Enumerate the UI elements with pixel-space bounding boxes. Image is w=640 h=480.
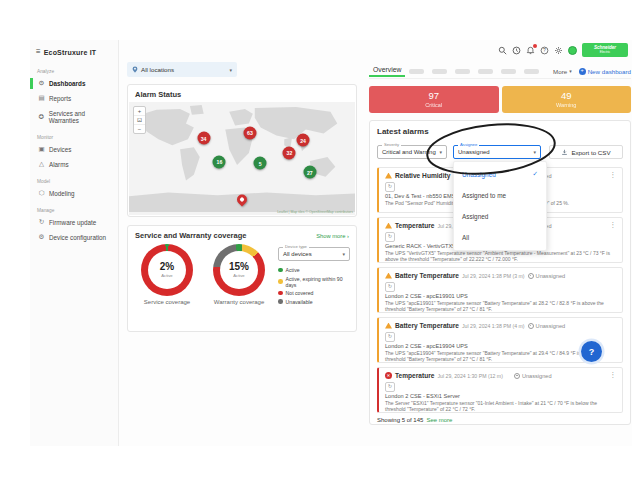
- severity-value: Critical and Warning: [382, 149, 436, 155]
- sidebar-item-dashboards[interactable]: ⊙ Dashboards: [30, 76, 118, 91]
- app-window: ≡ EcoStruxure IT Analyze ⊙ Dashboards ▤ …: [30, 40, 632, 446]
- sidebar-item-device-configuration[interactable]: ⚙ Device configuration: [30, 230, 118, 245]
- sidebar-item-firmware-update[interactable]: ↻ Firmware update: [30, 215, 118, 230]
- history-icon[interactable]: [512, 46, 521, 55]
- map-marker-australia[interactable]: 27: [303, 166, 316, 179]
- device-icon: ▣: [38, 146, 45, 153]
- sidebar-item-label: Modeling: [49, 190, 75, 197]
- warning-triangle-icon: [385, 173, 392, 179]
- map-marker-europe[interactable]: 63: [243, 126, 256, 139]
- app-logo-row: ≡ EcoStruxure IT: [30, 40, 118, 62]
- svg-text:?: ?: [543, 47, 546, 53]
- tab-overview[interactable]: Overview: [369, 66, 405, 77]
- coverage-show-more-link[interactable]: Show more ›: [316, 233, 349, 239]
- settings-gear-icon[interactable]: [554, 46, 563, 55]
- legend-item-not-covered: Not covered: [278, 290, 350, 296]
- kebab-menu-icon[interactable]: ⋮: [610, 372, 617, 379]
- tab-redacted[interactable]: [478, 69, 493, 74]
- severity-select[interactable]: Severity Critical and Warning ▾: [377, 145, 447, 159]
- menu-hamburger-icon[interactable]: ≡: [36, 48, 41, 56]
- legend-item-unavailable: Unavailable: [278, 299, 350, 305]
- help-fab-button[interactable]: ?: [581, 341, 602, 362]
- assignee-select[interactable]: Assignee Unassigned ▾: [453, 145, 541, 159]
- sidebar-item-services-warranties[interactable]: ✪ Services and Warranties: [30, 106, 118, 128]
- alarm-row-temperature-server[interactable]: ✕ Temperature Jul 29, 2024 1:30 PM (12 m…: [377, 367, 623, 413]
- map-marker-africa[interactable]: 5: [254, 157, 267, 170]
- location-pin-icon: [132, 66, 138, 73]
- tab-redacted[interactable]: [524, 69, 539, 74]
- alarm-row-battery-temperature-1[interactable]: Battery Temperature Jul 29, 2024 1:38 PM…: [377, 267, 623, 313]
- map-marker-south-america[interactable]: 16: [213, 155, 226, 168]
- sidebar-item-modeling[interactable]: ⬡ Modeling: [30, 186, 118, 201]
- sidebar-item-alarms[interactable]: △ Alarms: [30, 157, 118, 172]
- chevron-down-icon: ▾: [439, 149, 442, 155]
- chevron-down-icon: ▾: [342, 251, 345, 257]
- assignee-status[interactable]: Unassigned: [514, 373, 552, 379]
- map-marker-north-america[interactable]: 34: [197, 132, 210, 145]
- device-type-chip-icon: ↻: [385, 332, 395, 342]
- location-filter[interactable]: All locations ▾: [127, 62, 237, 77]
- assignee-status[interactable]: Unassigned: [528, 273, 566, 279]
- main-area: ? Schneider Electric All locations ▾ Ala…: [119, 40, 632, 446]
- help-icon[interactable]: ?: [540, 46, 549, 55]
- export-to-csv-button[interactable]: Export to CSV: [549, 145, 623, 159]
- kebab-menu-icon[interactable]: ⋮: [610, 172, 617, 179]
- search-icon[interactable]: [498, 46, 507, 55]
- map-zoom-in-button[interactable]: +: [134, 107, 145, 116]
- device-configuration-icon: ⚙: [38, 234, 45, 241]
- location-filter-value: All locations: [141, 66, 174, 73]
- map-marker-south-asia[interactable]: 32: [283, 146, 296, 159]
- kebab-menu-icon[interactable]: ⋮: [610, 222, 617, 229]
- map-zoom-out-button[interactable]: −: [134, 125, 145, 133]
- tab-redacted[interactable]: [455, 69, 470, 74]
- app-logo: EcoStruxure IT: [44, 49, 97, 56]
- device-type-label: Device type: [283, 245, 309, 249]
- menu-option-assigned-to-me[interactable]: Assigned to me: [454, 185, 546, 206]
- alarm-count-summary: Showing 5 of 145: [377, 417, 423, 423]
- latest-alarms-card: Latest alarms Severity Critical and Warn…: [369, 120, 631, 425]
- legend-dot-gray: [278, 299, 283, 304]
- tab-redacted[interactable]: [432, 69, 447, 74]
- device-type-chip-icon: ↻: [385, 382, 395, 392]
- sidebar-section-model: Model: [37, 179, 118, 184]
- service-coverage-label: Service coverage: [144, 299, 190, 305]
- notification-badge: [533, 44, 537, 48]
- critical-count: 97: [428, 91, 439, 101]
- ecostruxure-dashboard: ≡ EcoStruxure IT Analyze ⊙ Dashboards ▤ …: [0, 0, 640, 480]
- new-dashboard-button[interactable]: +New dashboard: [579, 68, 631, 75]
- tab-redacted[interactable]: [501, 69, 516, 74]
- device-type-chip-icon: ↻: [385, 182, 395, 192]
- legend-item-active: Active: [278, 267, 350, 273]
- critical-count-card[interactable]: 97 Critical: [369, 86, 499, 113]
- tab-redacted[interactable]: [409, 69, 424, 74]
- map-marker-east-asia[interactable]: 24: [297, 134, 310, 147]
- world-map[interactable]: + ⊡ − 34 63 24 32 16 5 27 Leaflet | Map …: [129, 102, 355, 215]
- service-coverage-chart: 2% Active: [141, 244, 193, 296]
- notifications-bell-icon[interactable]: [526, 46, 535, 55]
- map-fullscreen-button[interactable]: ⊡: [134, 116, 145, 125]
- sidebar-item-label: Alarms: [49, 161, 69, 168]
- latest-alarms-title: Latest alarms: [377, 127, 623, 136]
- sidebar: ≡ EcoStruxure IT Analyze ⊙ Dashboards ▤ …: [30, 40, 119, 446]
- chevron-down-icon: ▾: [229, 67, 232, 73]
- coverage-title: Service and Warranty coverage: [135, 231, 246, 240]
- right-column: Overview More▾ +New dashboard 97 Critica…: [369, 64, 631, 79]
- menu-option-unassigned[interactable]: Unassigned ✓: [454, 164, 546, 185]
- see-more-link[interactable]: See more: [426, 417, 452, 423]
- report-icon: ▤: [38, 95, 45, 102]
- sidebar-item-label: Firmware update: [49, 219, 96, 226]
- device-type-select[interactable]: Device type All devices ▾: [278, 247, 350, 261]
- more-tabs-button[interactable]: More▾: [553, 68, 572, 75]
- menu-option-all[interactable]: All: [454, 227, 546, 248]
- assignee-status[interactable]: Unassigned: [528, 323, 566, 329]
- menu-option-assigned[interactable]: Assigned: [454, 206, 546, 227]
- person-icon: [528, 273, 534, 279]
- sidebar-item-devices[interactable]: ▣ Devices: [30, 142, 118, 157]
- legend-dot-green: [278, 268, 283, 273]
- warning-count-card[interactable]: 49 Warning: [502, 86, 632, 113]
- user-avatar[interactable]: [568, 46, 577, 55]
- warranty-coverage-percent: 15%: [229, 262, 249, 272]
- schneider-electric-logo: Schneider Electric: [582, 43, 628, 57]
- person-icon: [528, 323, 534, 329]
- sidebar-item-reports[interactable]: ▤ Reports: [30, 91, 118, 106]
